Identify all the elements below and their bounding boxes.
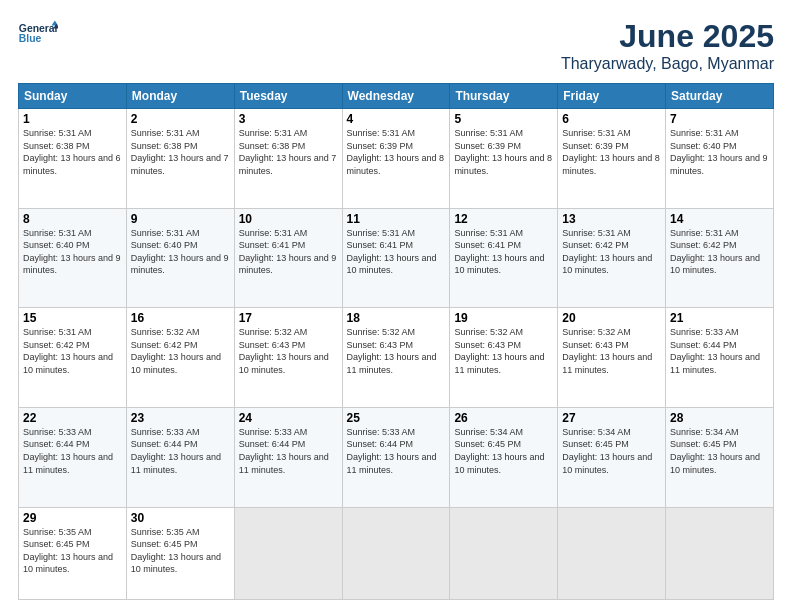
day-info: Sunrise: 5:31 AMSunset: 6:41 PMDaylight:… — [239, 228, 337, 276]
day-number: 14 — [670, 212, 769, 226]
day-info: Sunrise: 5:31 AMSunset: 6:39 PMDaylight:… — [562, 128, 660, 176]
day-number: 30 — [131, 511, 230, 525]
day-number: 27 — [562, 411, 661, 425]
day-number: 5 — [454, 112, 553, 126]
table-row: 7 Sunrise: 5:31 AMSunset: 6:40 PMDayligh… — [666, 109, 774, 209]
day-number: 18 — [347, 311, 446, 325]
day-info: Sunrise: 5:33 AMSunset: 6:44 PMDaylight:… — [347, 427, 437, 475]
header-wednesday: Wednesday — [342, 84, 450, 109]
day-number: 28 — [670, 411, 769, 425]
header-thursday: Thursday — [450, 84, 558, 109]
header-sunday: Sunday — [19, 84, 127, 109]
day-info: Sunrise: 5:33 AMSunset: 6:44 PMDaylight:… — [239, 427, 329, 475]
day-number: 13 — [562, 212, 661, 226]
table-row: 21 Sunrise: 5:33 AMSunset: 6:44 PMDaylig… — [666, 308, 774, 408]
table-row: 26 Sunrise: 5:34 AMSunset: 6:45 PMDaylig… — [450, 407, 558, 507]
svg-text:Blue: Blue — [19, 33, 42, 44]
day-number: 24 — [239, 411, 338, 425]
day-number: 3 — [239, 112, 338, 126]
logo-icon: General Blue — [18, 18, 58, 48]
day-number: 15 — [23, 311, 122, 325]
day-info: Sunrise: 5:31 AMSunset: 6:41 PMDaylight:… — [347, 228, 437, 276]
day-info: Sunrise: 5:31 AMSunset: 6:41 PMDaylight:… — [454, 228, 544, 276]
day-info: Sunrise: 5:32 AMSunset: 6:43 PMDaylight:… — [347, 327, 437, 375]
day-number: 17 — [239, 311, 338, 325]
day-number: 21 — [670, 311, 769, 325]
day-info: Sunrise: 5:31 AMSunset: 6:38 PMDaylight:… — [23, 128, 121, 176]
table-row: 3 Sunrise: 5:31 AMSunset: 6:38 PMDayligh… — [234, 109, 342, 209]
day-number: 11 — [347, 212, 446, 226]
table-row: 9 Sunrise: 5:31 AMSunset: 6:40 PMDayligh… — [126, 208, 234, 308]
table-row: 14 Sunrise: 5:31 AMSunset: 6:42 PMDaylig… — [666, 208, 774, 308]
day-number: 4 — [347, 112, 446, 126]
month-title: June 2025 — [561, 18, 774, 55]
day-info: Sunrise: 5:31 AMSunset: 6:40 PMDaylight:… — [670, 128, 768, 176]
header-monday: Monday — [126, 84, 234, 109]
table-row — [666, 507, 774, 600]
day-info: Sunrise: 5:34 AMSunset: 6:45 PMDaylight:… — [670, 427, 760, 475]
table-row: 30 Sunrise: 5:35 AMSunset: 6:45 PMDaylig… — [126, 507, 234, 600]
table-row: 18 Sunrise: 5:32 AMSunset: 6:43 PMDaylig… — [342, 308, 450, 408]
table-row: 15 Sunrise: 5:31 AMSunset: 6:42 PMDaylig… — [19, 308, 127, 408]
day-info: Sunrise: 5:31 AMSunset: 6:38 PMDaylight:… — [239, 128, 337, 176]
day-number: 10 — [239, 212, 338, 226]
table-row: 12 Sunrise: 5:31 AMSunset: 6:41 PMDaylig… — [450, 208, 558, 308]
day-info: Sunrise: 5:31 AMSunset: 6:38 PMDaylight:… — [131, 128, 229, 176]
table-row: 13 Sunrise: 5:31 AMSunset: 6:42 PMDaylig… — [558, 208, 666, 308]
table-row: 24 Sunrise: 5:33 AMSunset: 6:44 PMDaylig… — [234, 407, 342, 507]
day-number: 8 — [23, 212, 122, 226]
table-row: 10 Sunrise: 5:31 AMSunset: 6:41 PMDaylig… — [234, 208, 342, 308]
logo: General Blue — [18, 18, 58, 48]
table-row: 11 Sunrise: 5:31 AMSunset: 6:41 PMDaylig… — [342, 208, 450, 308]
header: General Blue June 2025 Tharyarwady, Bago… — [18, 18, 774, 73]
day-number: 23 — [131, 411, 230, 425]
table-row: 8 Sunrise: 5:31 AMSunset: 6:40 PMDayligh… — [19, 208, 127, 308]
table-row: 6 Sunrise: 5:31 AMSunset: 6:39 PMDayligh… — [558, 109, 666, 209]
calendar-table: Sunday Monday Tuesday Wednesday Thursday… — [18, 83, 774, 600]
day-number: 22 — [23, 411, 122, 425]
table-row: 27 Sunrise: 5:34 AMSunset: 6:45 PMDaylig… — [558, 407, 666, 507]
day-number: 26 — [454, 411, 553, 425]
day-info: Sunrise: 5:32 AMSunset: 6:42 PMDaylight:… — [131, 327, 221, 375]
location-title: Tharyarwady, Bago, Myanmar — [561, 55, 774, 73]
day-info: Sunrise: 5:35 AMSunset: 6:45 PMDaylight:… — [23, 527, 113, 575]
header-tuesday: Tuesday — [234, 84, 342, 109]
day-info: Sunrise: 5:32 AMSunset: 6:43 PMDaylight:… — [454, 327, 544, 375]
day-header-row: Sunday Monday Tuesday Wednesday Thursday… — [19, 84, 774, 109]
header-saturday: Saturday — [666, 84, 774, 109]
day-info: Sunrise: 5:31 AMSunset: 6:40 PMDaylight:… — [23, 228, 121, 276]
day-info: Sunrise: 5:31 AMSunset: 6:39 PMDaylight:… — [347, 128, 445, 176]
day-number: 7 — [670, 112, 769, 126]
day-info: Sunrise: 5:31 AMSunset: 6:39 PMDaylight:… — [454, 128, 552, 176]
table-row: 28 Sunrise: 5:34 AMSunset: 6:45 PMDaylig… — [666, 407, 774, 507]
day-info: Sunrise: 5:34 AMSunset: 6:45 PMDaylight:… — [454, 427, 544, 475]
day-number: 29 — [23, 511, 122, 525]
day-info: Sunrise: 5:34 AMSunset: 6:45 PMDaylight:… — [562, 427, 652, 475]
day-number: 16 — [131, 311, 230, 325]
day-number: 12 — [454, 212, 553, 226]
day-info: Sunrise: 5:35 AMSunset: 6:45 PMDaylight:… — [131, 527, 221, 575]
day-number: 20 — [562, 311, 661, 325]
table-row: 23 Sunrise: 5:33 AMSunset: 6:44 PMDaylig… — [126, 407, 234, 507]
page: General Blue June 2025 Tharyarwady, Bago… — [0, 0, 792, 612]
table-row: 29 Sunrise: 5:35 AMSunset: 6:45 PMDaylig… — [19, 507, 127, 600]
title-block: June 2025 Tharyarwady, Bago, Myanmar — [561, 18, 774, 73]
day-info: Sunrise: 5:33 AMSunset: 6:44 PMDaylight:… — [131, 427, 221, 475]
table-row: 22 Sunrise: 5:33 AMSunset: 6:44 PMDaylig… — [19, 407, 127, 507]
table-row: 16 Sunrise: 5:32 AMSunset: 6:42 PMDaylig… — [126, 308, 234, 408]
header-friday: Friday — [558, 84, 666, 109]
table-row: 2 Sunrise: 5:31 AMSunset: 6:38 PMDayligh… — [126, 109, 234, 209]
table-row: 25 Sunrise: 5:33 AMSunset: 6:44 PMDaylig… — [342, 407, 450, 507]
day-info: Sunrise: 5:32 AMSunset: 6:43 PMDaylight:… — [562, 327, 652, 375]
day-number: 19 — [454, 311, 553, 325]
day-number: 2 — [131, 112, 230, 126]
table-row: 17 Sunrise: 5:32 AMSunset: 6:43 PMDaylig… — [234, 308, 342, 408]
day-info: Sunrise: 5:32 AMSunset: 6:43 PMDaylight:… — [239, 327, 329, 375]
table-row: 4 Sunrise: 5:31 AMSunset: 6:39 PMDayligh… — [342, 109, 450, 209]
day-info: Sunrise: 5:31 AMSunset: 6:42 PMDaylight:… — [670, 228, 760, 276]
day-info: Sunrise: 5:31 AMSunset: 6:42 PMDaylight:… — [23, 327, 113, 375]
table-row — [234, 507, 342, 600]
table-row: 20 Sunrise: 5:32 AMSunset: 6:43 PMDaylig… — [558, 308, 666, 408]
table-row — [450, 507, 558, 600]
day-info: Sunrise: 5:33 AMSunset: 6:44 PMDaylight:… — [23, 427, 113, 475]
